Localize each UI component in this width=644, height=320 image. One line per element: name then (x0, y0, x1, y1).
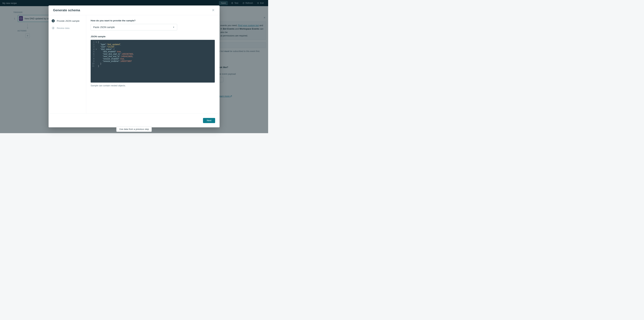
use-previous-step-pill[interactable]: Use data from a previous step (116, 126, 152, 132)
step-provide-json[interactable]: 1 Provide JSON sample (52, 19, 83, 22)
code-content[interactable]: { "type": "dnd_updated", "user": "U1234"… (98, 41, 215, 82)
json-sample-hint: Sample can contain nested objects. (91, 84, 215, 87)
fold-gutter: ▾▾ (96, 41, 98, 82)
modal-steps: 1 Provide JSON sample 2 Review data (48, 15, 86, 113)
provide-method-label: How do you want to provide the sample? (91, 19, 215, 22)
modal-close-button[interactable] (211, 8, 215, 13)
chevron-down-icon: ▼ (173, 26, 174, 28)
provide-method-select[interactable]: Paste JSON sample ▼ (91, 24, 177, 30)
json-sample-label: JSON sample (91, 35, 215, 38)
next-button[interactable]: Next (203, 118, 215, 123)
line-gutter: 1234567891011 (91, 41, 96, 82)
generate-schema-modal: Generate schema 1 Provide JSON sample 2 … (48, 6, 220, 127)
step-review-data[interactable]: 2 Review data (52, 26, 83, 30)
modal-title: Generate schema (53, 8, 80, 12)
json-sample-editor[interactable]: 1234567891011 ▾▾ { "type": "dnd_updated"… (91, 40, 215, 82)
